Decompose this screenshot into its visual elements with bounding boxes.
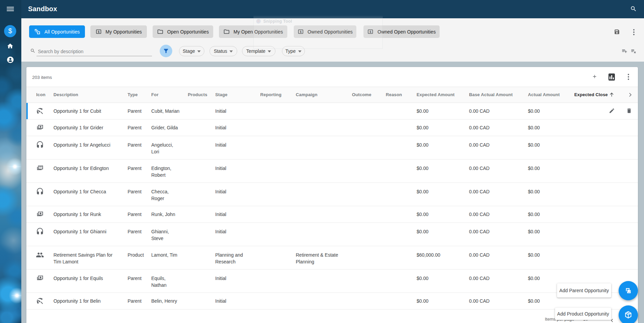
svg-text:$: $	[98, 30, 99, 34]
